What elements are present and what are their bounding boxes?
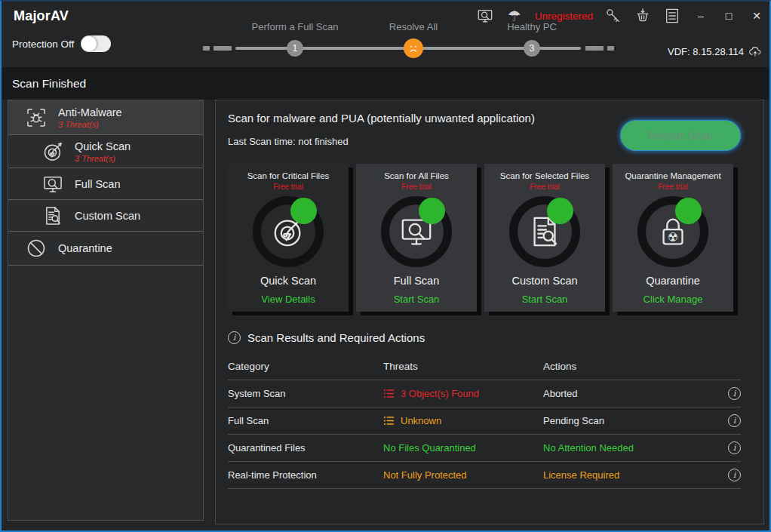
target-scan-icon: [41, 140, 64, 163]
start-scan-link[interactable]: Start Scan: [484, 294, 605, 305]
info-icon[interactable]: i: [728, 441, 741, 454]
sidebar: Anti-Malware 3 Threat(s) Quick Scan 3 Th…: [8, 100, 204, 521]
info-icon[interactable]: i: [728, 469, 741, 481]
toggle-knob: [81, 36, 97, 51]
card-quarantine[interactable]: Quarantine Management Free trial Quarant…: [613, 164, 733, 312]
card-quick-scan[interactable]: Scan for Critical Files Free trial Quick…: [228, 164, 349, 312]
results-heading: Scan Results and Required Actions: [247, 331, 425, 344]
card-name: Quarantine: [613, 275, 733, 287]
menu-icon[interactable]: [663, 7, 681, 25]
card-name: Full Scan: [356, 275, 477, 287]
protection-toggle-row: Protection Off: [12, 35, 111, 52]
free-trial-badge: Free trial: [356, 183, 477, 191]
row-category: System Scan: [228, 388, 383, 399]
table-row-full-scan: Full Scan Unknown Pending Scan i: [228, 407, 741, 435]
row-category: Real-time Protection: [228, 469, 383, 481]
card-icon-ring: [509, 196, 580, 267]
minimize-button[interactable]: –: [693, 10, 709, 22]
cloud-update-icon[interactable]: [748, 45, 762, 58]
protection-toggle[interactable]: [81, 35, 111, 52]
row-threats: Unknown: [401, 415, 441, 426]
row-actions: No Attention Needed: [543, 442, 694, 454]
scan-monitor-icon[interactable]: [476, 7, 494, 25]
table-row-system-scan: System Scan 3 Object(s) Found Aborted i: [228, 380, 741, 407]
step-3-marker: 3: [524, 40, 540, 57]
card-title: Scan for Selected Files: [484, 171, 605, 180]
status-dot-green: [419, 198, 445, 224]
click-manage-link[interactable]: Click Manage: [613, 294, 733, 305]
protection-label: Protection Off: [12, 38, 74, 50]
row-category: Quarantined Files: [228, 442, 383, 454]
status-dot-green: [675, 198, 702, 224]
row-threats: No Files Quarantined: [383, 442, 476, 454]
free-trial-badge: Free trial: [228, 183, 349, 191]
col-category: Category: [228, 361, 383, 372]
threat-count-badge: 3 Threat(s): [58, 120, 122, 129]
col-threats: Threats: [383, 361, 543, 372]
vdf-version-row: VDF: 8.15.28.114: [668, 45, 762, 58]
sidebar-item-label: Quick Scan: [75, 140, 131, 152]
card-icon-ring: [253, 196, 324, 267]
vdf-version-label: VDF: 8.15.28.114: [668, 46, 744, 57]
step-2-sad-face-icon: [404, 38, 423, 58]
row-category: Full Scan: [228, 415, 383, 426]
table-row-realtime-protection: Real-time Protection Not Fully Protected…: [228, 462, 741, 489]
card-icon-ring: [381, 196, 452, 267]
results-heading-row: i Scan Results and Required Actions: [228, 331, 751, 344]
card-title: Quarantine Management: [613, 171, 733, 180]
shop-cart-icon[interactable]: [634, 7, 652, 25]
titlebar: MajorAV Protection Off Perform a Full Sc…: [2, 2, 769, 67]
results-table: Category Threats Actions System Scan 3 O…: [228, 356, 741, 489]
col-actions: Actions: [543, 361, 694, 372]
maximize-button[interactable]: □: [720, 10, 737, 22]
info-icon: i: [228, 331, 241, 344]
sidebar-item-full-scan[interactable]: Full Scan: [8, 168, 203, 200]
results-table-header: Category Threats Actions: [228, 356, 741, 380]
app-window: MajorAV Protection Off Perform a Full Sc…: [0, 0, 771, 532]
table-row-quarantined-files: Quarantined Files No Files Quarantined N…: [228, 435, 741, 462]
monitor-scan-icon: [41, 173, 64, 195]
sidebar-item-quick-scan[interactable]: Quick Scan 3 Threat(s): [8, 135, 203, 168]
bug-scan-icon: [25, 106, 48, 129]
card-title: Scan for Critical Files: [228, 171, 349, 180]
status-dot-green: [547, 198, 573, 224]
app-title: MajorAV: [14, 8, 69, 24]
sidebar-item-custom-scan[interactable]: Custom Scan: [8, 200, 203, 232]
track-dash: [213, 46, 232, 51]
status-dot-green: [290, 198, 317, 224]
unregistered-status[interactable]: Unregistered: [535, 11, 593, 22]
document-scan-icon: [41, 204, 64, 227]
sidebar-item-quarantine[interactable]: Quarantine: [8, 232, 203, 266]
free-trial-badge: Free trial: [484, 183, 605, 191]
row-actions: Aborted: [543, 388, 694, 399]
card-title: Scan for All Files: [356, 171, 477, 180]
track-dash: [203, 46, 210, 51]
start-scan-link[interactable]: Start Scan: [356, 294, 477, 305]
card-icon-ring: [637, 196, 708, 267]
card-custom-scan[interactable]: Scan for Selected Files Free trial Custo…: [484, 164, 605, 312]
threat-list-icon: [383, 388, 395, 399]
no-entry-icon: [25, 237, 48, 260]
row-actions: License Required: [543, 469, 694, 481]
main-panel: Scan for malware and PUA (potentially un…: [215, 100, 764, 524]
sidebar-item-label: Custom Scan: [75, 210, 140, 222]
free-trial-badge: Free trial: [613, 183, 733, 191]
restart-scan-button[interactable]: Restart Scan: [620, 120, 741, 151]
card-full-scan[interactable]: Scan for All Files Free trial Full Scan …: [356, 164, 477, 312]
info-icon[interactable]: i: [728, 387, 741, 400]
row-threats: Not Fully Protected: [383, 469, 467, 481]
license-key-icon[interactable]: [604, 7, 622, 25]
main-header: Scan for malware and PUA (potentially un…: [216, 100, 763, 153]
close-button[interactable]: ✕: [748, 10, 765, 22]
threat-list-icon: [383, 415, 395, 426]
step-1-marker: 1: [287, 40, 303, 57]
sidebar-item-anti-malware[interactable]: Anti-Malware 3 Threat(s): [8, 100, 203, 135]
view-details-link[interactable]: View Details: [228, 294, 349, 305]
status-bar: Scan Finished: [2, 67, 769, 100]
umbrella-protection-icon[interactable]: ☂: [505, 7, 524, 25]
card-name: Custom Scan: [484, 275, 605, 287]
row-actions: Pending Scan: [543, 415, 694, 426]
info-icon[interactable]: i: [728, 414, 741, 427]
scan-cards-row: Scan for Critical Files Free trial Quick…: [216, 164, 763, 312]
track-dash: [585, 46, 604, 51]
